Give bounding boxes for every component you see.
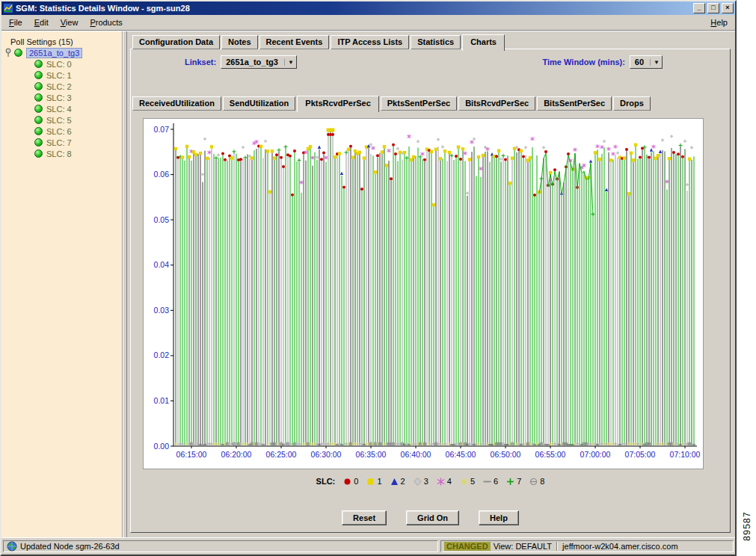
tab-charts[interactable]: Charts — [462, 34, 505, 51]
maximize-button[interactable]: □ — [707, 3, 719, 13]
tree-item-slc-0[interactable]: SLC: 0 — [1, 58, 122, 70]
legend-entry-label: 5 — [470, 477, 475, 486]
minimize-button[interactable]: _ — [693, 3, 705, 13]
menu-help[interactable]: Help — [704, 16, 734, 29]
tree-root-label: Poll Settings (15) — [10, 37, 73, 46]
chart-legend: SLC: 012345678 — [131, 477, 730, 486]
status-ball-icon — [34, 127, 43, 135]
tree-item-slc-1[interactable]: SLC: 1 — [1, 70, 122, 81]
reset-button[interactable]: Reset — [342, 510, 387, 525]
chart-tab-pktssentpersec[interactable]: PktsSentPerSec — [381, 96, 457, 111]
chart-tab-sendutilization[interactable]: SendUtilization — [223, 96, 295, 111]
triangle-marker-icon — [390, 478, 399, 486]
legend-entry-slc-7: 7 — [506, 477, 521, 486]
tree-child-label: SLC: 6 — [46, 127, 72, 136]
tree-child-label: SLC: 3 — [46, 93, 72, 102]
tree-child-label: SLC: 8 — [46, 149, 72, 158]
x-tick-label: 06:15:00 — [176, 450, 207, 459]
tree-child-label: SLC: 4 — [46, 105, 72, 114]
legend-entry-label: 3 — [424, 477, 428, 486]
legend-entry-slc-3: 3 — [414, 477, 428, 486]
status-ball-icon — [34, 82, 43, 90]
x-tick-label: 06:55:00 — [535, 450, 566, 459]
circle-marker-icon — [343, 478, 351, 486]
y-tick-label: 0.02 — [154, 350, 170, 359]
tab-statistics[interactable]: Statistics — [411, 35, 461, 49]
status-ball-icon — [34, 60, 43, 68]
menu-view[interactable]: View — [55, 16, 84, 29]
menu-products[interactable]: Products — [84, 16, 128, 29]
status-view-cell: CHANGED View: DEFAULT jeffmoor-w2k04.ame… — [440, 540, 734, 552]
x-tick-label: 06:20:00 — [221, 450, 252, 459]
tab-notes[interactable]: Notes — [221, 35, 258, 49]
tree-child-label: SLC: 1 — [46, 71, 72, 80]
titlebar: SGM: Statistics Details Window - sgm-sun… — [1, 1, 735, 15]
x-tick-label: 06:40:00 — [401, 450, 431, 459]
menu-edit[interactable]: Edit — [28, 16, 55, 29]
chevron-down-icon: ▼ — [650, 59, 660, 66]
tab-configuration-data[interactable]: Configuration Data — [132, 35, 220, 49]
tree-item-slc-2[interactable]: SLC: 2 — [1, 81, 122, 92]
tree-child-label: SLC: 7 — [46, 138, 72, 147]
tree-item-2651a-to-tg3[interactable]: 2651a_to_tg3 — [1, 47, 122, 58]
grid-on-button[interactable]: Grid On — [406, 510, 459, 525]
statusbar: Updated Node sgm-26-63d CHANGED View: DE… — [1, 537, 735, 555]
menubar-left: FileEditViewProducts — [3, 16, 129, 29]
content-panel: Configuration DataNotesRecent EventsITP … — [127, 31, 735, 537]
chart-tab-bitsrcvdpersec[interactable]: BitsRcvdPerSec — [458, 96, 535, 111]
figure-number: 89587 — [742, 511, 752, 541]
x-tick-label: 06:30:00 — [311, 450, 342, 459]
tree-item-slc-7[interactable]: SLC: 7 — [1, 137, 122, 148]
legend-entry-slc-0: 0 — [343, 477, 358, 486]
x-tick-label: 07:05:00 — [625, 450, 656, 459]
tree-item-slc-5[interactable]: SLC: 5 — [1, 114, 122, 126]
help-button[interactable]: Help — [479, 510, 519, 525]
chart-tab-receivedutilization[interactable]: ReceivedUtilization — [132, 96, 221, 111]
tree-item-slc-4[interactable]: SLC: 4 — [1, 103, 122, 114]
tree-child-label: SLC: 2 — [46, 82, 72, 91]
time-window-label: Time Window (mins): — [543, 58, 625, 67]
menu-file[interactable]: File — [3, 16, 28, 29]
y-tick-label: 0.04 — [154, 260, 170, 269]
chart-controls-row: Linkset: 2651a_to_tg3 ▼ Time Window (min… — [185, 55, 663, 69]
globe-icon — [7, 541, 17, 552]
chart-tab-drops[interactable]: Drops — [613, 96, 651, 111]
tree-root-poll-settings[interactable]: Poll Settings (15) — [1, 36, 122, 47]
tree-item-slc-3[interactable]: SLC: 3 — [1, 92, 122, 103]
tree-child-label: SLC: 5 — [46, 116, 72, 125]
time-window-combobox[interactable]: 60 ▼ — [630, 55, 663, 69]
legend-entry-label: 4 — [447, 477, 452, 486]
status-message: Updated Node sgm-26-63d — [20, 542, 120, 551]
status-ball-icon — [34, 116, 43, 124]
status-message-cell: Updated Node sgm-26-63d — [3, 540, 438, 552]
y-tick-label: 0.06 — [154, 170, 170, 179]
tab-recent-events[interactable]: Recent Events — [259, 35, 330, 49]
chart-tab-pktsrcvdpersec[interactable]: PktsRcvdPerSec — [297, 96, 378, 112]
close-button[interactable]: × — [722, 3, 734, 13]
view-label: View: DEFAULT — [494, 542, 552, 551]
main-area: Poll Settings (15) 2651a_to_tg3 SLC: 0SL… — [1, 31, 735, 537]
linkset-combobox[interactable]: 2651a_to_tg3 ▼ — [221, 55, 297, 69]
hostname-label: jeffmoor-w2k04.amer.cisco.com — [562, 542, 677, 551]
status-ball-icon — [34, 93, 43, 102]
status-ball-icon — [34, 149, 43, 158]
tree-expand-handle-icon[interactable] — [4, 48, 12, 58]
chart-tab-bitssentpersec[interactable]: BitsSentPerSec — [537, 96, 612, 111]
legend-entries: 012345678 — [343, 477, 544, 486]
legend-entry-label: 7 — [517, 477, 521, 486]
tab-itp-access-lists[interactable]: ITP Access Lists — [331, 35, 409, 49]
x-tick-label: 06:35:00 — [356, 450, 387, 459]
tree-item-slc-6[interactable]: SLC: 6 — [1, 126, 122, 137]
star-marker-icon — [460, 478, 468, 486]
x-tick-label: 07:00:00 — [580, 450, 611, 459]
linkset-label: Linkset: — [185, 58, 216, 67]
time-window-value: 60 — [635, 58, 644, 67]
tree-item-slc-8[interactable]: SLC: 8 — [1, 148, 122, 159]
chart-box: 0.070.060.050.040.030.020.010.0006:15:00… — [143, 118, 704, 469]
chart-canvas: 0.070.060.050.040.030.020.010.0006:15:00… — [144, 119, 703, 469]
main-tabs: Configuration DataNotesRecent EventsITP … — [130, 34, 731, 49]
legend-entry-slc-4: 4 — [437, 477, 452, 486]
legend-entry-label: 2 — [401, 477, 405, 486]
y-tick-label: 0.01 — [154, 396, 170, 405]
app-window: SGM: Statistics Details Window - sgm-sun… — [0, 0, 737, 556]
